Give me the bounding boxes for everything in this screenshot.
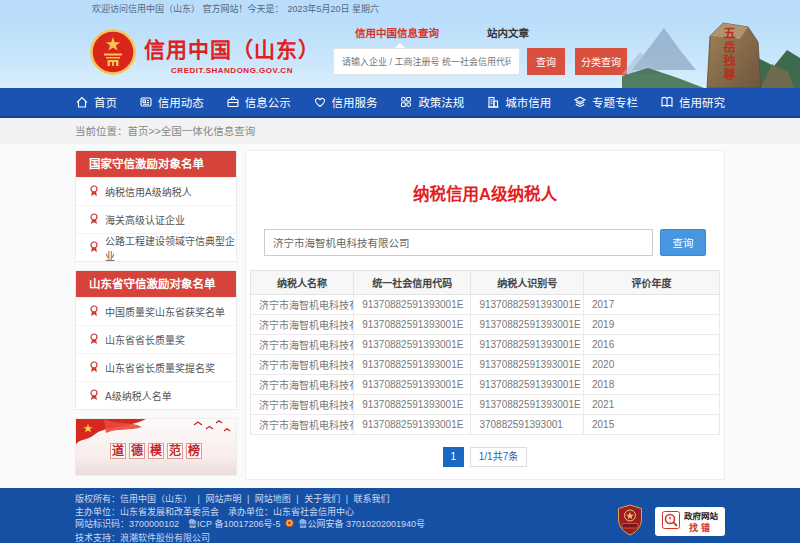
footer-line-organizers: 主办单位：山东省发展和改革委员会 承办单位：山东省社会信用中心	[75, 506, 425, 519]
breadcrumb: 当前位置：首页>>全国一体化信息查询	[75, 118, 725, 144]
pagination: 1 1/1共7条	[246, 447, 724, 467]
gov-badge-texts: 政府网站 找错	[684, 509, 718, 534]
tab-site-articles[interactable]: 站内文章	[487, 25, 529, 40]
sidebar-item-a-grade-taxpayer[interactable]: 纳税信用A级纳税人	[76, 177, 236, 205]
gov-site-error-badge[interactable]: 政府网站 找错	[655, 507, 725, 536]
medal-icon	[89, 213, 99, 227]
magnifier-icon	[662, 511, 680, 533]
site-logo[interactable]: 信用中国（山东） CREDIT.SHANDONG.GOV.CN	[90, 29, 320, 79]
table-row: 济宁市海智机电科技有限公司 91370882591393001E 3708825…	[251, 415, 720, 435]
nav-item-special-topics[interactable]: 专题专栏	[573, 94, 638, 110]
medal-icon	[89, 185, 99, 199]
footer-link-about[interactable]: 关于我们	[304, 494, 340, 504]
footer-link-contact[interactable]: 联系我们	[354, 494, 390, 504]
medal-icon	[89, 333, 99, 347]
gov-agency-shield-icon[interactable]	[617, 504, 643, 540]
footer-link-sitemap[interactable]: 网站地图	[255, 494, 291, 504]
sidebar-item-a-grade-taxpayer-list[interactable]: A级纳税人名单	[76, 381, 236, 409]
sidebar-item-highway-engineering[interactable]: 公路工程建设领域守信典型企业	[76, 233, 236, 261]
medal-icon	[89, 361, 99, 375]
active-tab-caret	[395, 38, 405, 48]
header-category-query-button[interactable]: 分类查询	[575, 48, 627, 75]
police-badge-icon	[285, 518, 294, 532]
footer-line-copyright: 版权所有：信用中国（山东） | 网站声明 | 网站地图 | 关于我们 | 联系我…	[75, 493, 425, 506]
col-taxpayer-id: 纳税人识别号	[471, 271, 584, 295]
sidebar-item-governor-quality-award[interactable]: 山东省省长质量奖	[76, 325, 236, 353]
national-emblem-icon	[90, 29, 136, 79]
company-query-button[interactable]: 查询	[660, 229, 706, 256]
medal-icon	[89, 241, 99, 255]
page-summary: 1/1共7条	[470, 447, 527, 467]
header-query-button[interactable]: 查询	[527, 48, 565, 75]
topbar: 欢迎访问信用中国（山东） 官方网站！今天是：2023年5月20日 星期六	[0, 0, 800, 18]
table-row: 济宁市海智机电科技有限公司 91370882591393001E 9137088…	[251, 395, 720, 415]
nav-item-policies[interactable]: 政策法规	[399, 94, 464, 110]
sidebar-section-national: 国家守信激励对象名单 纳税信用A级纳税人 海关高级认证企业 公路工程建设领域守信…	[75, 150, 237, 262]
book-icon	[660, 95, 674, 109]
heart-icon	[313, 95, 327, 109]
sidebar-section-provincial-title: 山东省守信激励对象名单	[76, 271, 236, 297]
medal-icon	[89, 305, 99, 319]
sidebar-section-national-title: 国家守信激励对象名单	[76, 151, 236, 177]
footer-link-statement[interactable]: 网站声明	[205, 494, 241, 504]
nav-item-credit-research[interactable]: 信用研究	[660, 94, 725, 110]
col-taxpayer-name: 纳税人名称	[251, 271, 354, 295]
main-nav: 首页 信用动态 信息公示 信用服务 政策法规 城市信用 专题专栏 信用研究	[0, 88, 800, 118]
current-date: 2023年5月20日 星期六	[288, 4, 380, 14]
nav-item-credit-news[interactable]: 信用动态	[139, 94, 204, 110]
layers-icon	[573, 95, 587, 109]
moral-model-banner[interactable]: 道 德 模 范 榜	[75, 418, 237, 476]
table-row: 济宁市海智机电科技有限公司 91370882591393001E 9137088…	[251, 315, 720, 335]
police-record-link[interactable]: 鲁公网安备 37010202001940号	[298, 519, 425, 529]
copyright-text: 版权所有：信用中国（山东）	[75, 494, 192, 504]
page-1-button[interactable]: 1	[443, 447, 464, 467]
col-credit-code: 统一社会信用代码	[354, 271, 471, 295]
panel-search-row: 查询	[264, 229, 706, 256]
taxpayer-table: 纳税人名称 统一社会信用代码 纳税人识别号 评价年度 济宁市海智机电科技有限公司…	[250, 270, 720, 435]
nav-item-home[interactable]: 首页	[75, 94, 117, 110]
page-title: 纳税信用A级纳税人	[246, 181, 724, 205]
breadcrumb-label: 当前位置：	[75, 125, 128, 137]
header-search-row: 查询 分类查询	[333, 48, 627, 75]
table-row: 济宁市海智机电科技有限公司 91370882591393001E 9137088…	[251, 335, 720, 355]
medal-icon	[89, 389, 99, 403]
header-search-block: 信用中国信息查询 站内文章 查询 分类查询	[333, 21, 627, 75]
footer: 版权所有：信用中国（山东） | 网站声明 | 网站地图 | 关于我们 | 联系我…	[0, 488, 800, 543]
banner-title: 道 德 模 范 榜	[76, 443, 236, 459]
logo-text: 信用中国（山东） CREDIT.SHANDONG.GOV.CN	[144, 33, 320, 75]
site-title: 信用中国（山东）	[144, 33, 320, 63]
search-tabs: 信用中国信息查询 站内文章	[333, 21, 627, 43]
breadcrumb-path[interactable]: 首页>>全国一体化信息查询	[128, 125, 256, 137]
nav-item-info-disclosure[interactable]: 信息公示	[226, 94, 291, 110]
breadcrumb-bar: 当前位置：首页>>全国一体化信息查询	[0, 118, 800, 144]
footer-line-tech-support: 技术支持：浪潮软件股份有限公司	[75, 532, 425, 543]
sidebar-item-governor-quality-nomination[interactable]: 山东省省长质量奖提名奖	[76, 353, 236, 381]
sidebar-section-provincial: 山东省守信激励对象名单 中国质量奖山东省获奖名单 山东省省长质量奖 山东省省长质…	[75, 270, 237, 410]
nav-item-city-credit[interactable]: 城市信用	[486, 94, 551, 110]
building-icon	[486, 95, 500, 109]
footer-badges: 政府网站 找错	[617, 499, 725, 543]
table-row: 济宁市海智机电科技有限公司 91370882591393001E 9137088…	[251, 355, 720, 375]
news-icon	[139, 95, 153, 109]
sidebar-item-customs-certified[interactable]: 海关高级认证企业	[76, 205, 236, 233]
briefcase-icon	[226, 95, 240, 109]
table-row: 济宁市海智机电科技有限公司 91370882591393001E 9137088…	[251, 295, 720, 315]
sidebar: 国家守信激励对象名单 纳税信用A级纳税人 海关高级认证企业 公路工程建设领域守信…	[75, 150, 237, 476]
company-search-input[interactable]	[264, 229, 653, 256]
site-header: 信用中国（山东） CREDIT.SHANDONG.GOV.CN 信用中国信息查询…	[0, 18, 800, 88]
mount-tai-image: 五岳独尊	[622, 18, 800, 88]
col-eval-year: 评价年度	[583, 271, 719, 295]
main-panel: 纳税信用A级纳税人 查询 纳税人名称 统一社会信用代码 纳税人识别号 评价年度	[245, 150, 725, 480]
stone-inscription: 五岳独尊	[719, 27, 738, 81]
grid-icon	[399, 95, 413, 109]
table-row: 济宁市海智机电科技有限公司 91370882591393001E 9137088…	[251, 375, 720, 395]
site-domain: CREDIT.SHANDONG.GOV.CN	[144, 66, 320, 75]
content-area: 国家守信激励对象名单 纳税信用A级纳税人 海关高级认证企业 公路工程建设领域守信…	[0, 144, 800, 488]
header-search-input[interactable]	[333, 48, 520, 75]
footer-line-icp: 网站标识码：3700000102 鲁ICP 备10017206号-5 鲁公网安备…	[75, 518, 425, 532]
nav-item-credit-services[interactable]: 信用服务	[313, 94, 378, 110]
sidebar-item-china-quality-award[interactable]: 中国质量奖山东省获奖名单	[76, 297, 236, 325]
welcome-text: 欢迎访问信用中国（山东） 官方网站！今天是：	[92, 4, 284, 14]
table-header-row: 纳税人名称 统一社会信用代码 纳税人识别号 评价年度	[251, 271, 720, 295]
home-icon	[75, 95, 89, 109]
